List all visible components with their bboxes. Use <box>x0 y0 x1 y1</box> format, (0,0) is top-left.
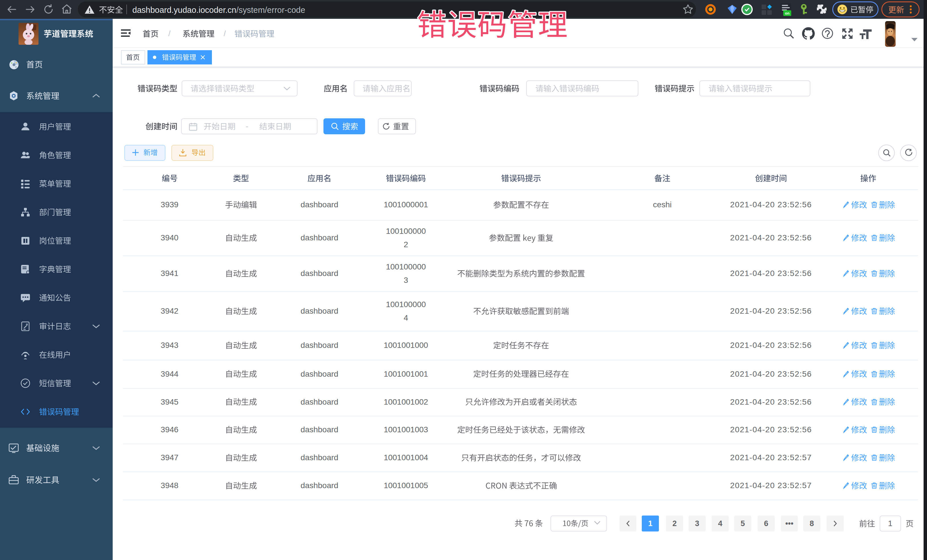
svg-text:on: on <box>785 11 790 15</box>
